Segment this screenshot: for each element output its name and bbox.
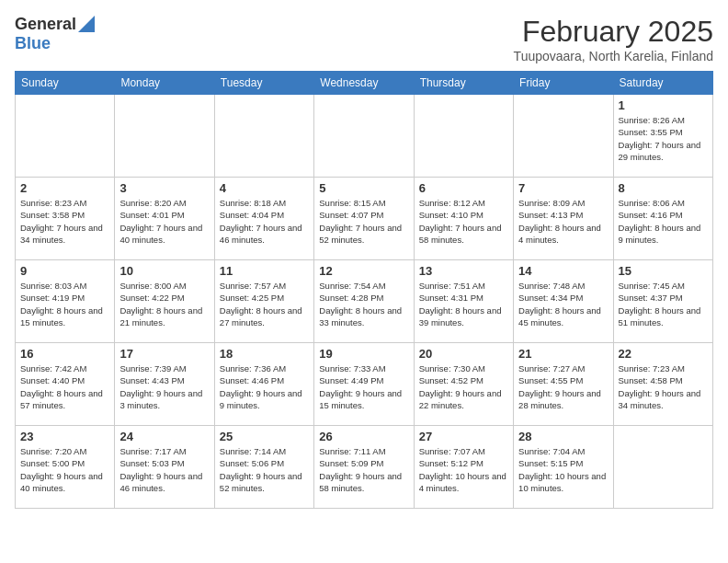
calendar-cell: 24Sunrise: 7:17 AM Sunset: 5:03 PM Dayli… (115, 426, 214, 509)
weekday-header-wednesday: Wednesday (314, 72, 414, 95)
day-number: 28 (518, 430, 608, 443)
day-number: 4 (220, 181, 309, 195)
day-number: 2 (20, 181, 109, 195)
header: General Blue February 2025 Tuupovaara, N… (15, 15, 713, 63)
day-number: 9 (20, 264, 109, 278)
day-number: 22 (619, 347, 708, 361)
day-number: 21 (518, 347, 608, 361)
calendar-cell: 4Sunrise: 8:18 AM Sunset: 4:04 PM Daylig… (214, 178, 313, 260)
day-number: 16 (20, 347, 109, 361)
day-detail: Sunrise: 7:39 AM Sunset: 4:43 PM Dayligh… (119, 362, 209, 411)
day-number: 1 (619, 98, 708, 112)
day-detail: Sunrise: 7:48 AM Sunset: 4:34 PM Dayligh… (518, 280, 608, 328)
calendar-cell: 22Sunrise: 7:23 AM Sunset: 4:58 PM Dayli… (613, 343, 712, 426)
calendar-cell: 5Sunrise: 8:15 AM Sunset: 4:07 PM Daylig… (314, 178, 414, 260)
day-detail: Sunrise: 7:30 AM Sunset: 4:52 PM Dayligh… (419, 362, 508, 411)
day-detail: Sunrise: 7:11 AM Sunset: 5:09 PM Dayligh… (319, 445, 408, 494)
calendar-week-row: 9Sunrise: 8:03 AM Sunset: 4:19 PM Daylig… (16, 260, 713, 343)
calendar-cell: 26Sunrise: 7:11 AM Sunset: 5:09 PM Dayli… (314, 426, 414, 509)
day-detail: Sunrise: 7:54 AM Sunset: 4:28 PM Dayligh… (319, 280, 408, 328)
day-detail: Sunrise: 8:26 AM Sunset: 3:55 PM Dayligh… (619, 114, 708, 163)
day-number: 5 (319, 181, 408, 195)
calendar-cell (414, 95, 513, 178)
day-detail: Sunrise: 8:18 AM Sunset: 4:04 PM Dayligh… (220, 197, 309, 246)
day-number: 7 (518, 181, 608, 195)
weekday-header-saturday: Saturday (613, 72, 712, 95)
day-number: 25 (220, 430, 309, 443)
day-number: 15 (619, 264, 708, 278)
day-detail: Sunrise: 8:00 AM Sunset: 4:22 PM Dayligh… (119, 280, 209, 328)
calendar-cell (314, 95, 414, 178)
day-detail: Sunrise: 7:27 AM Sunset: 4:55 PM Dayligh… (518, 362, 608, 411)
calendar-week-row: 23Sunrise: 7:20 AM Sunset: 5:00 PM Dayli… (16, 426, 713, 509)
day-detail: Sunrise: 8:03 AM Sunset: 4:19 PM Dayligh… (20, 280, 109, 328)
weekday-header-monday: Monday (115, 72, 214, 95)
day-number: 20 (419, 347, 508, 361)
day-number: 14 (518, 264, 608, 278)
day-detail: Sunrise: 7:17 AM Sunset: 5:03 PM Dayligh… (119, 445, 209, 494)
weekday-header-friday: Friday (514, 72, 613, 95)
month-title: February 2025 (514, 15, 713, 49)
logo-blue-text: Blue (15, 34, 51, 53)
calendar-cell: 18Sunrise: 7:36 AM Sunset: 4:46 PM Dayli… (214, 343, 313, 426)
day-detail: Sunrise: 7:23 AM Sunset: 4:58 PM Dayligh… (619, 362, 708, 411)
calendar-cell (16, 95, 115, 178)
calendar-cell (613, 426, 712, 509)
calendar-cell: 9Sunrise: 8:03 AM Sunset: 4:19 PM Daylig… (16, 260, 115, 343)
day-number: 26 (319, 430, 408, 443)
calendar-cell (214, 95, 313, 178)
day-detail: Sunrise: 8:20 AM Sunset: 4:01 PM Dayligh… (119, 197, 209, 246)
calendar-cell: 8Sunrise: 8:06 AM Sunset: 4:16 PM Daylig… (613, 178, 712, 260)
calendar-cell: 12Sunrise: 7:54 AM Sunset: 4:28 PM Dayli… (314, 260, 414, 343)
calendar-cell: 20Sunrise: 7:30 AM Sunset: 4:52 PM Dayli… (414, 343, 513, 426)
calendar-cell: 19Sunrise: 7:33 AM Sunset: 4:49 PM Dayli… (314, 343, 414, 426)
logo-triangle-icon (78, 16, 95, 32)
day-detail: Sunrise: 7:57 AM Sunset: 4:25 PM Dayligh… (220, 280, 309, 328)
day-detail: Sunrise: 8:12 AM Sunset: 4:10 PM Dayligh… (419, 197, 508, 246)
calendar-cell: 3Sunrise: 8:20 AM Sunset: 4:01 PM Daylig… (115, 178, 214, 260)
day-number: 13 (419, 264, 508, 278)
day-detail: Sunrise: 8:15 AM Sunset: 4:07 PM Dayligh… (319, 197, 408, 246)
day-number: 11 (220, 264, 309, 278)
day-number: 8 (619, 181, 708, 195)
calendar-week-row: 16Sunrise: 7:42 AM Sunset: 4:40 PM Dayli… (16, 343, 713, 426)
day-detail: Sunrise: 7:04 AM Sunset: 5:15 PM Dayligh… (518, 445, 608, 494)
calendar-cell: 1Sunrise: 8:26 AM Sunset: 3:55 PM Daylig… (613, 95, 712, 178)
calendar-week-row: 2Sunrise: 8:23 AM Sunset: 3:58 PM Daylig… (16, 178, 713, 260)
calendar-cell: 13Sunrise: 7:51 AM Sunset: 4:31 PM Dayli… (414, 260, 513, 343)
calendar-cell: 10Sunrise: 8:00 AM Sunset: 4:22 PM Dayli… (115, 260, 214, 343)
day-detail: Sunrise: 8:09 AM Sunset: 4:13 PM Dayligh… (518, 197, 608, 246)
day-number: 23 (20, 430, 109, 443)
day-detail: Sunrise: 8:23 AM Sunset: 3:58 PM Dayligh… (20, 197, 109, 246)
calendar-cell: 25Sunrise: 7:14 AM Sunset: 5:06 PM Dayli… (214, 426, 313, 509)
logo: General Blue (15, 15, 95, 53)
day-number: 12 (319, 264, 408, 278)
calendar-cell: 21Sunrise: 7:27 AM Sunset: 4:55 PM Dayli… (514, 343, 613, 426)
logo-general-text: General (15, 15, 76, 34)
weekday-header-thursday: Thursday (414, 72, 513, 95)
calendar-cell: 16Sunrise: 7:42 AM Sunset: 4:40 PM Dayli… (16, 343, 115, 426)
calendar-cell: 28Sunrise: 7:04 AM Sunset: 5:15 PM Dayli… (514, 426, 613, 509)
calendar-cell: 27Sunrise: 7:07 AM Sunset: 5:12 PM Dayli… (414, 426, 513, 509)
calendar-cell: 14Sunrise: 7:48 AM Sunset: 4:34 PM Dayli… (514, 260, 613, 343)
day-detail: Sunrise: 7:14 AM Sunset: 5:06 PM Dayligh… (220, 445, 309, 494)
day-number: 18 (220, 347, 309, 361)
day-detail: Sunrise: 7:45 AM Sunset: 4:37 PM Dayligh… (619, 280, 708, 328)
day-detail: Sunrise: 7:42 AM Sunset: 4:40 PM Dayligh… (20, 362, 109, 411)
day-detail: Sunrise: 7:51 AM Sunset: 4:31 PM Dayligh… (419, 280, 508, 328)
calendar-cell: 7Sunrise: 8:09 AM Sunset: 4:13 PM Daylig… (514, 178, 613, 260)
calendar-table: SundayMondayTuesdayWednesdayThursdayFrid… (15, 71, 713, 509)
calendar-cell (514, 95, 613, 178)
day-number: 10 (119, 264, 209, 278)
svg-marker-0 (78, 16, 95, 32)
calendar-week-row: 1Sunrise: 8:26 AM Sunset: 3:55 PM Daylig… (16, 95, 713, 178)
day-number: 3 (119, 181, 209, 195)
day-detail: Sunrise: 7:07 AM Sunset: 5:12 PM Dayligh… (419, 445, 508, 494)
day-detail: Sunrise: 7:33 AM Sunset: 4:49 PM Dayligh… (319, 362, 408, 411)
calendar-cell: 2Sunrise: 8:23 AM Sunset: 3:58 PM Daylig… (16, 178, 115, 260)
calendar-cell: 15Sunrise: 7:45 AM Sunset: 4:37 PM Dayli… (613, 260, 712, 343)
day-number: 17 (119, 347, 209, 361)
calendar-cell: 11Sunrise: 7:57 AM Sunset: 4:25 PM Dayli… (214, 260, 313, 343)
day-number: 19 (319, 347, 408, 361)
day-number: 6 (419, 181, 508, 195)
